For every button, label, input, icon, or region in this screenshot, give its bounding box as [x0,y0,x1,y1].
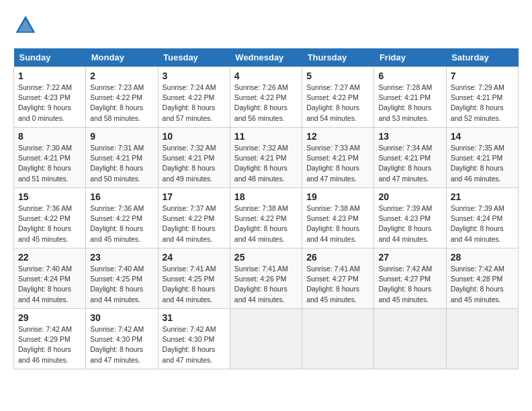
day-info: Sunrise: 7:32 AMSunset: 4:21 PMDaylight:… [234,143,298,184]
calendar-cell: 11Sunrise: 7:32 AMSunset: 4:21 PMDayligh… [230,128,302,188]
day-info: Sunrise: 7:42 AMSunset: 4:30 PMDaylight:… [90,324,153,365]
calendar-cell: 27Sunrise: 7:42 AMSunset: 4:27 PMDayligh… [374,248,446,309]
day-number: 22 [18,252,81,263]
calendar-cell: 16Sunrise: 7:36 AMSunset: 4:22 PMDayligh… [86,188,158,248]
day-info: Sunrise: 7:38 AMSunset: 4:23 PMDaylight:… [306,203,369,244]
day-number: 3 [163,71,226,81]
day-info: Sunrise: 7:22 AMSunset: 4:23 PMDaylight:… [18,83,81,124]
day-info: Sunrise: 7:26 AMSunset: 4:22 PMDaylight:… [234,83,298,124]
day-info: Sunrise: 7:32 AMSunset: 4:21 PMDaylight:… [163,143,226,184]
calendar-cell: 29Sunrise: 7:42 AMSunset: 4:29 PMDayligh… [14,309,86,369]
calendar-cell: 12Sunrise: 7:33 AMSunset: 4:21 PMDayligh… [302,128,374,188]
calendar-cell: 2Sunrise: 7:23 AMSunset: 4:22 PMDaylight… [86,67,158,128]
day-number: 27 [378,252,441,263]
calendar-cell [446,309,518,369]
calendar-cell: 1Sunrise: 7:22 AMSunset: 4:23 PMDaylight… [14,67,86,128]
day-number: 30 [90,312,153,323]
day-info: Sunrise: 7:40 AMSunset: 4:24 PMDaylight:… [18,264,81,305]
day-info: Sunrise: 7:36 AMSunset: 4:22 PMDaylight:… [18,203,81,244]
day-info: Sunrise: 7:38 AMSunset: 4:22 PMDaylight:… [234,203,298,244]
day-number: 15 [18,191,81,202]
calendar-cell: 15Sunrise: 7:36 AMSunset: 4:22 PMDayligh… [14,188,86,248]
day-number: 11 [234,131,298,142]
calendar-week-row: 29Sunrise: 7:42 AMSunset: 4:29 PMDayligh… [14,309,519,369]
calendar-cell: 3Sunrise: 7:24 AMSunset: 4:22 PMDaylight… [158,67,230,128]
day-number: 6 [378,71,441,81]
calendar-cell: 17Sunrise: 7:37 AMSunset: 4:22 PMDayligh… [158,188,230,248]
day-number: 12 [306,131,369,142]
day-info: Sunrise: 7:39 AMSunset: 4:23 PMDaylight:… [378,203,441,244]
day-info: Sunrise: 7:40 AMSunset: 4:25 PMDaylight:… [90,264,153,305]
calendar-cell [230,309,302,369]
day-number: 25 [234,252,298,263]
calendar-cell: 13Sunrise: 7:34 AMSunset: 4:21 PMDayligh… [374,128,446,188]
day-info: Sunrise: 7:42 AMSunset: 4:27 PMDaylight:… [378,264,441,305]
col-header-wednesday: Wednesday [230,48,302,67]
day-number: 5 [306,71,369,81]
day-number: 7 [451,71,514,81]
calendar-cell: 14Sunrise: 7:35 AMSunset: 4:21 PMDayligh… [446,128,518,188]
calendar-week-row: 8Sunrise: 7:30 AMSunset: 4:21 PMDaylight… [14,128,519,188]
calendar-cell: 20Sunrise: 7:39 AMSunset: 4:23 PMDayligh… [374,188,446,248]
calendar-cell: 10Sunrise: 7:32 AMSunset: 4:21 PMDayligh… [158,128,230,188]
day-number: 21 [451,191,514,202]
day-info: Sunrise: 7:27 AMSunset: 4:22 PMDaylight:… [306,83,369,124]
calendar-cell: 4Sunrise: 7:26 AMSunset: 4:22 PMDaylight… [230,67,302,128]
col-header-tuesday: Tuesday [158,48,230,67]
day-number: 1 [18,71,81,81]
day-number: 18 [234,191,298,202]
day-number: 16 [90,191,153,202]
day-info: Sunrise: 7:41 AMSunset: 4:27 PMDaylight:… [306,264,369,305]
day-info: Sunrise: 7:31 AMSunset: 4:21 PMDaylight:… [90,143,153,184]
col-header-saturday: Saturday [446,48,518,67]
col-header-monday: Monday [86,48,158,67]
calendar-cell: 19Sunrise: 7:38 AMSunset: 4:23 PMDayligh… [302,188,374,248]
day-info: Sunrise: 7:28 AMSunset: 4:21 PMDaylight:… [378,83,441,124]
calendar-cell: 21Sunrise: 7:39 AMSunset: 4:24 PMDayligh… [446,188,518,248]
calendar-cell: 28Sunrise: 7:42 AMSunset: 4:28 PMDayligh… [446,248,518,309]
day-info: Sunrise: 7:35 AMSunset: 4:21 PMDaylight:… [451,143,514,184]
calendar-header-row: SundayMondayTuesdayWednesdayThursdayFrid… [14,48,519,67]
day-info: Sunrise: 7:41 AMSunset: 4:26 PMDaylight:… [234,264,298,305]
day-number: 28 [451,252,514,263]
day-number: 9 [90,131,153,142]
calendar-cell: 9Sunrise: 7:31 AMSunset: 4:21 PMDaylight… [86,128,158,188]
calendar-table: SundayMondayTuesdayWednesdayThursdayFrid… [13,48,519,369]
day-number: 2 [90,71,153,81]
day-info: Sunrise: 7:29 AMSunset: 4:21 PMDaylight:… [451,83,514,124]
day-info: Sunrise: 7:41 AMSunset: 4:25 PMDaylight:… [163,264,226,305]
day-info: Sunrise: 7:34 AMSunset: 4:21 PMDaylight:… [378,143,441,184]
calendar-week-row: 15Sunrise: 7:36 AMSunset: 4:22 PMDayligh… [14,188,519,248]
calendar-cell: 22Sunrise: 7:40 AMSunset: 4:24 PMDayligh… [14,248,86,309]
col-header-sunday: Sunday [14,48,86,67]
calendar-cell: 30Sunrise: 7:42 AMSunset: 4:30 PMDayligh… [86,309,158,369]
day-number: 31 [163,312,226,323]
day-info: Sunrise: 7:33 AMSunset: 4:21 PMDaylight:… [306,143,369,184]
day-number: 13 [378,131,441,142]
calendar-cell: 23Sunrise: 7:40 AMSunset: 4:25 PMDayligh… [86,248,158,309]
day-number: 24 [163,252,226,263]
calendar-cell: 31Sunrise: 7:42 AMSunset: 4:30 PMDayligh… [158,309,230,369]
logo-icon [13,13,38,38]
col-header-thursday: Thursday [302,48,374,67]
day-number: 17 [163,191,226,202]
logo [13,13,40,38]
day-info: Sunrise: 7:42 AMSunset: 4:30 PMDaylight:… [163,324,226,365]
day-number: 26 [306,252,369,263]
calendar-cell: 8Sunrise: 7:30 AMSunset: 4:21 PMDaylight… [14,128,86,188]
day-number: 20 [378,191,441,202]
page-header [13,13,519,38]
day-info: Sunrise: 7:30 AMSunset: 4:21 PMDaylight:… [18,143,81,184]
day-number: 4 [234,71,298,81]
calendar-cell: 7Sunrise: 7:29 AMSunset: 4:21 PMDaylight… [446,67,518,128]
calendar-week-row: 1Sunrise: 7:22 AMSunset: 4:23 PMDaylight… [14,67,519,128]
calendar-cell: 24Sunrise: 7:41 AMSunset: 4:25 PMDayligh… [158,248,230,309]
col-header-friday: Friday [374,48,446,67]
day-number: 10 [163,131,226,142]
calendar-cell: 18Sunrise: 7:38 AMSunset: 4:22 PMDayligh… [230,188,302,248]
calendar-cell [374,309,446,369]
calendar-cell: 25Sunrise: 7:41 AMSunset: 4:26 PMDayligh… [230,248,302,309]
day-number: 23 [90,252,153,263]
day-info: Sunrise: 7:24 AMSunset: 4:22 PMDaylight:… [163,83,226,124]
day-info: Sunrise: 7:42 AMSunset: 4:28 PMDaylight:… [451,264,514,305]
